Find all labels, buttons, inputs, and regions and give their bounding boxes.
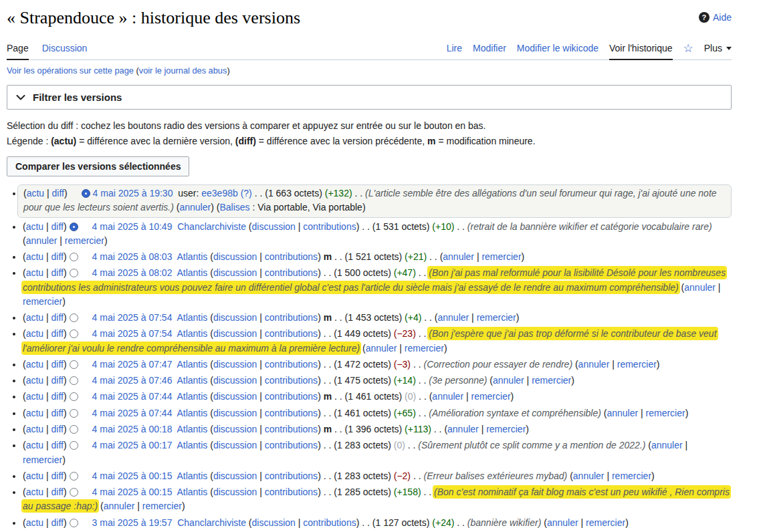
user-link[interactable]: Atlantis [177,487,207,497]
user-link[interactable]: Atlantis [177,440,207,450]
user-contributions-link[interactable]: contributions [303,221,356,232]
tab-modifier[interactable]: Modifier [473,40,506,59]
revision-date-link[interactable]: 4 mai 2025 à 07:54 [92,328,173,339]
actu-link[interactable]: actu [26,424,43,434]
remercier-link[interactable]: remercier [23,296,62,307]
user-link[interactable]: Atlantis [177,312,207,323]
user-discussion-link[interactable]: discussion [213,312,257,323]
version-radio[interactable] [70,519,78,527]
user-contributions-link[interactable]: contributions [265,487,318,497]
annuler-link[interactable]: annuler [432,391,463,402]
user-contributions-link[interactable]: contributions [265,359,318,370]
actu-link[interactable]: actu [26,471,43,481]
balises-link[interactable]: Balises [219,202,249,213]
plus-menu[interactable]: Plus [704,40,732,59]
revision-date-link[interactable]: 4 mai 2025 à 00:17 [92,440,173,450]
revision-date-link[interactable]: 4 mai 2025 à 07:44 [92,391,173,402]
remercier-link[interactable]: remercier [142,501,182,511]
user-discussion-link[interactable]: discussion [213,408,257,418]
actu-link[interactable]: actu [27,188,44,198]
user-contributions-link[interactable]: contributions [265,391,318,402]
version-radio[interactable] [70,360,78,369]
actu-link[interactable]: actu [26,487,43,497]
user-contributions-link[interactable]: contributions [265,471,318,481]
user-discussion-link[interactable]: discussion [213,328,257,339]
actu-link[interactable]: actu [26,267,43,278]
remercier-link[interactable]: remercier [486,424,526,434]
user-discussion-link[interactable]: discussion [213,251,257,262]
diff-link[interactable]: diff [51,408,64,418]
revision-date-link[interactable]: 4 mai 2025 à 08:02 [92,267,173,278]
revision-date-link[interactable]: 4 mai 2025 à 19:30 [93,188,173,198]
user-contributions-link[interactable]: contributions [303,517,356,528]
diff-link[interactable]: diff [51,251,64,262]
actu-link[interactable]: actu [26,221,43,232]
user-link[interactable]: Chanclarchiviste [177,517,246,528]
user-discussion-link[interactable]: discussion [213,391,257,402]
user-discussion-link[interactable]: discussion [213,487,257,497]
help-link[interactable]: ? Aide [699,12,732,23]
remercier-link[interactable]: remercier [646,408,685,418]
tab-page[interactable]: Page [7,40,29,60]
remercier-link[interactable]: remercier [612,471,651,481]
version-radio[interactable] [70,441,78,450]
remercier-link[interactable]: remercier [481,251,521,262]
user-discussion-link[interactable]: discussion [213,375,257,386]
diff-link[interactable]: diff [51,221,64,232]
annuler-link[interactable]: annuler [26,235,58,246]
diff-link[interactable]: diff [51,517,64,528]
user-discussion-link[interactable]: discussion [213,267,257,278]
version-radio[interactable] [70,425,78,434]
tab-discussion[interactable]: Discussion [42,40,88,59]
version-radio[interactable] [70,329,78,338]
revision-date-link[interactable]: 4 mai 2025 à 10:49 [92,221,173,232]
user-contributions-link[interactable]: contributions [265,375,318,386]
user-discussion-link[interactable]: discussion [213,359,257,370]
remercier-link[interactable]: remercier [617,359,657,370]
user-discussion-link[interactable]: discussion [213,440,257,450]
revision-date-link[interactable]: 4 mai 2025 à 08:03 [92,251,173,262]
user-link[interactable]: Atlantis [177,424,207,434]
revision-date-link[interactable]: 4 mai 2025 à 00:15 [92,487,173,497]
user-discussion-link[interactable]: discussion [213,424,257,434]
actu-link[interactable]: actu [26,251,43,262]
diff-link[interactable]: diff [51,471,64,481]
user-link[interactable]: Atlantis [177,408,207,418]
version-radio[interactable] [70,472,78,481]
diff-link[interactable]: diff [52,188,64,198]
diff-link[interactable]: diff [51,312,64,323]
revision-date-link[interactable]: 4 mai 2025 à 07:54 [92,312,173,323]
version-radio[interactable] [70,392,78,401]
user-contributions-link[interactable]: contributions [265,251,318,262]
diff-link[interactable]: diff [51,487,64,497]
tab-modifier-wikicode[interactable]: Modifier le wikicode [517,40,599,59]
revision-date-link[interactable]: 4 mai 2025 à 07:44 [92,408,173,418]
annuler-link[interactable]: annuler [443,251,474,262]
actu-link[interactable]: actu [26,375,43,386]
version-radio[interactable] [70,313,78,322]
user-contributions-link[interactable]: contributions [265,328,318,339]
user-link[interactable]: Atlantis [177,267,207,278]
actu-link[interactable]: actu [26,359,43,370]
view-logs-link[interactable]: Voir les opérations sur cette page [7,65,134,76]
user-contributions-link[interactable]: contributions [265,312,318,323]
annuler-link[interactable]: annuler [179,202,211,213]
remercier-link[interactable]: remercier [23,454,62,465]
actu-link[interactable]: actu [26,328,43,339]
annuler-link[interactable]: annuler [573,471,605,481]
user-contributions-link[interactable]: contributions [265,408,318,418]
user-link[interactable]: Atlantis [177,391,207,402]
user-contributions-link[interactable]: contributions [265,267,318,278]
tab-voir-historique[interactable]: Voir l'historique [609,40,673,60]
user-discussion-link[interactable]: discussion [213,471,257,481]
user-unknown-link[interactable]: (?) [241,188,252,198]
annuler-link[interactable]: annuler [366,343,397,354]
annuler-link[interactable]: annuler [684,282,716,293]
annuler-link[interactable]: annuler [607,408,638,418]
revision-date-link[interactable]: 4 mai 2025 à 00:18 [92,424,173,434]
remercier-link[interactable]: remercier [477,312,516,323]
actu-link[interactable]: actu [26,440,43,450]
annuler-link[interactable]: annuler [447,424,479,434]
annuler-link[interactable]: annuler [547,517,578,528]
version-radio[interactable] [70,488,78,497]
